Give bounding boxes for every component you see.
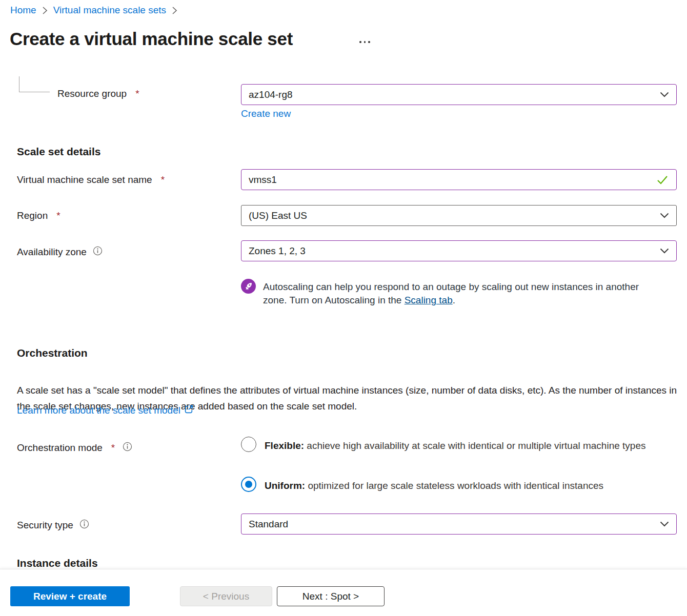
resource-group-label: Resource group* (57, 88, 139, 99)
security-type-label: Security type (17, 519, 89, 531)
chevron-right-icon (42, 6, 48, 15)
valid-check-icon (657, 175, 668, 184)
region-label: Region* (17, 210, 60, 221)
scale-set-details-header: Scale set details (17, 146, 100, 158)
breadcrumb-home[interactable]: Home (10, 5, 36, 16)
learn-more-link[interactable]: Learn more about the scale set model (17, 404, 194, 417)
required-asterisk: * (135, 88, 139, 99)
required-asterisk: * (161, 174, 165, 186)
radio-uniform-label[interactable]: Uniform: optimized for large scale state… (265, 478, 682, 494)
orchestration-header: Orchestration (17, 347, 88, 359)
create-new-link[interactable]: Create new (241, 108, 291, 119)
review-create-button[interactable]: Review + create (10, 586, 130, 606)
orchestration-mode-label: Orchestration mode* (17, 442, 132, 454)
security-type-dropdown[interactable]: Standard (241, 514, 677, 535)
wizard-footer: Review + create < Previous Next : Spot > (0, 569, 687, 616)
radio-uniform[interactable] (241, 477, 256, 492)
security-type-value: Standard (249, 519, 288, 530)
vmss-name-label: Virtual machine scale set name* (17, 174, 165, 186)
breadcrumb-vmss[interactable]: Virtual machine scale sets (53, 5, 166, 16)
vmss-name-input[interactable] (241, 169, 677, 190)
next-spot-button[interactable]: Next : Spot > (277, 586, 385, 606)
chevron-down-icon (660, 521, 669, 527)
chevron-down-icon (660, 92, 669, 97)
info-icon[interactable] (93, 246, 103, 258)
create-vmss-page: Home Virtual machine scale sets Create a… (0, 0, 687, 616)
previous-button[interactable]: < Previous (180, 586, 272, 606)
radio-flexible-label[interactable]: Flexible: achieve high availability at s… (265, 438, 662, 454)
region-dropdown[interactable]: (US) East US (241, 205, 677, 226)
availability-zone-value: Zones 1, 2, 3 (249, 245, 306, 257)
info-icon[interactable] (79, 519, 89, 531)
external-link-icon (184, 404, 194, 417)
chevron-right-icon (172, 6, 177, 15)
availability-zone-label: Availability zone (17, 246, 103, 258)
page-title: Create a virtual machine scale set (10, 29, 293, 49)
indent-line (19, 76, 50, 92)
instance-details-header: Instance details (17, 557, 98, 569)
more-options-icon[interactable] (357, 39, 372, 45)
autoscaling-note: Autoscaling can help you respond to an o… (263, 280, 645, 307)
required-asterisk: * (111, 442, 115, 454)
rocket-icon (241, 279, 256, 294)
resource-group-dropdown[interactable]: az104-rg8 (241, 84, 677, 105)
radio-flexible[interactable] (241, 437, 256, 452)
chevron-down-icon (660, 213, 669, 218)
resource-group-value: az104-rg8 (249, 89, 293, 100)
info-icon[interactable] (123, 442, 132, 454)
chevron-down-icon (660, 248, 669, 254)
region-value: (US) East US (249, 210, 307, 221)
required-asterisk: * (56, 210, 60, 221)
scaling-tab-link[interactable]: Scaling tab (405, 295, 453, 305)
availability-zone-dropdown[interactable]: Zones 1, 2, 3 (241, 240, 677, 261)
breadcrumb: Home Virtual machine scale sets (10, 5, 177, 16)
